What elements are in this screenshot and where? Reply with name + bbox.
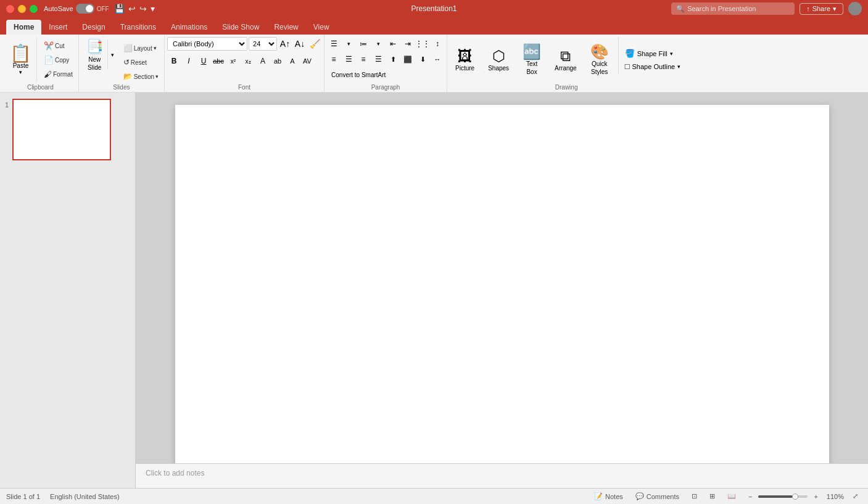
zoom-level: 110% (827, 493, 844, 500)
shape-fill-button[interactable]: 🪣 Shape Fill ▾ (622, 48, 684, 59)
format-button[interactable]: 🖌 Format (41, 68, 76, 81)
customize-icon[interactable]: ▾ (151, 4, 155, 14)
language-label: English (United States) (50, 493, 120, 500)
font-color-button[interactable]: A (256, 54, 270, 68)
align-right[interactable]: ≡ (357, 52, 370, 66)
convert-smartart-button[interactable]: Convert to SmartArt (327, 68, 390, 81)
font-family-select[interactable]: Calibri (Body) (167, 37, 247, 51)
window-controls (6, 5, 38, 13)
tab-review[interactable]: Review (267, 20, 305, 35)
tab-transitions[interactable]: Transitions (113, 20, 163, 35)
comments-icon: 💬 (635, 492, 644, 500)
save-icon[interactable]: 💾 (114, 4, 125, 14)
zoom-track[interactable] (758, 495, 808, 498)
ribbon: 📋 Paste ▾ ✂️ Cut 📄 Copy 🖌 Format Clip (0, 35, 868, 93)
vert-align-top[interactable]: ⬆ (386, 52, 400, 66)
highlight-button[interactable]: ab (271, 54, 284, 68)
window-title: Presentation1 (411, 4, 457, 13)
maximize-button[interactable] (30, 5, 38, 13)
vert-align-mid[interactable]: ⬛ (401, 52, 415, 66)
paragraph-group: ☰ ▾ ≔ ▾ ⇤ ⇥ ⋮⋮ ↕ ≡ ☰ ≡ ☰ ⬆ ⬛ ⬇ ↔ Convert… (324, 35, 447, 92)
zoom-in-button[interactable]: + (810, 492, 821, 501)
bullets-dropdown[interactable]: ▾ (342, 37, 355, 51)
notes-button[interactable]: 📝 Notes (590, 492, 627, 501)
slides-group: 📑 New Slide ▾ ⬜ Layout ▾ ↺ Reset (79, 35, 165, 92)
shapes-button[interactable]: ⬡ Shapes (482, 37, 515, 83)
comments-button[interactable]: 💬 Comments (632, 492, 683, 501)
ribbon-tabs: Home Insert Design Transitions Animation… (0, 17, 868, 35)
text-direction[interactable]: ↔ (431, 52, 444, 66)
slide-thumbnail-1: 1 (5, 99, 130, 160)
textbox-button[interactable]: 🔤 Text Box (517, 37, 547, 83)
slide-number: 1 (5, 101, 9, 109)
new-slide-button[interactable]: 📑 New Slide (82, 40, 107, 70)
textbox-icon: 🔤 (523, 44, 541, 59)
reading-view-button[interactable]: 📖 (724, 492, 740, 501)
tab-animations[interactable]: Animations (163, 20, 215, 35)
tab-insert[interactable]: Insert (41, 20, 75, 35)
strikethrough-button[interactable]: abc (212, 54, 225, 68)
minimize-button[interactable] (18, 5, 26, 13)
copy-button[interactable]: 📄 Copy (41, 54, 76, 67)
tab-slideshow[interactable]: Slide Show (215, 20, 267, 35)
picture-button[interactable]: 🖼 Picture (450, 37, 480, 83)
indent-increase[interactable]: ⇥ (401, 37, 415, 51)
underline-button[interactable]: U (197, 54, 210, 68)
section-icon: 📂 (123, 72, 133, 81)
tab-design[interactable]: Design (75, 20, 112, 35)
copy-icon: 📄 (44, 56, 54, 65)
superscript-button[interactable]: x² (226, 54, 240, 68)
vert-align-bot[interactable]: ⬇ (416, 52, 429, 66)
italic-button[interactable]: I (182, 54, 196, 68)
arrange-button[interactable]: ⧉ Arrange (549, 37, 582, 83)
align-left[interactable]: ≡ (327, 52, 341, 66)
drawing-label: Drawing (555, 83, 578, 91)
slide-sorter-button[interactable]: ⊞ (706, 492, 719, 501)
font-increase-button[interactable]: A↑ (278, 37, 292, 51)
shape-outline-button[interactable]: □ Shape Outline ▾ (622, 61, 684, 72)
redo-icon[interactable]: ↪ (139, 4, 147, 14)
char-spacing-button[interactable]: AV (300, 54, 314, 68)
clear-format-button[interactable]: 🧹 (308, 37, 321, 51)
new-slide-dropdown[interactable]: ▾ (107, 40, 117, 70)
font-decrease-button[interactable]: A↓ (293, 37, 307, 51)
align-justify[interactable]: ☰ (371, 52, 385, 66)
bullets-button[interactable]: ☰ (327, 37, 341, 51)
section-button[interactable]: 📂 Section ▾ (120, 70, 162, 83)
subscript-button[interactable]: x₂ (241, 54, 255, 68)
column-layout[interactable]: ⋮⋮ (416, 37, 429, 51)
paragraph-row2: ≡ ☰ ≡ ☰ ⬆ ⬛ ⬇ ↔ (327, 52, 444, 66)
drawing-group: 🖼 Picture ⬡ Shapes 🔤 Text Box ⧉ Arrange … (447, 35, 685, 92)
font-group: Calibri (Body) 24 A↑ A↓ 🧹 B I U abc x² x… (165, 35, 324, 92)
user-avatar[interactable] (848, 2, 862, 15)
slide-canvas[interactable] (175, 105, 829, 463)
autosave-toggle[interactable] (76, 4, 94, 14)
fit-slide-icon: ⤢ (853, 492, 858, 500)
numbering-button[interactable]: ≔ (357, 37, 370, 51)
text-shadow-button[interactable]: A (286, 54, 299, 68)
layout-button[interactable]: ⬜ Layout ▾ (120, 42, 162, 54)
paste-button[interactable]: 📋 Paste ▾ (5, 37, 37, 83)
close-button[interactable] (6, 5, 14, 13)
align-center[interactable]: ☰ (342, 52, 355, 66)
numbering-dropdown[interactable]: ▾ (371, 37, 385, 51)
reset-button[interactable]: ↺ Reset (120, 56, 162, 68)
share-button[interactable]: ↑ Share ▾ (800, 3, 843, 15)
canvas-scroll[interactable] (136, 93, 868, 463)
zoom-out-button[interactable]: − (745, 492, 756, 501)
tab-home[interactable]: Home (6, 20, 41, 35)
cut-button[interactable]: ✂️ Cut (41, 39, 76, 52)
quick-styles-button[interactable]: 🎨 Quick Styles (585, 37, 614, 83)
indent-decrease[interactable]: ⇤ (386, 37, 400, 51)
undo-icon[interactable]: ↩ (128, 4, 136, 14)
fit-slide-button[interactable]: ⤢ (849, 492, 862, 501)
font-size-select[interactable]: 24 (249, 37, 277, 51)
normal-view-button[interactable]: ⊡ (688, 492, 701, 501)
slide-thumb[interactable] (12, 99, 111, 160)
bold-button[interactable]: B (167, 54, 181, 68)
tab-view[interactable]: View (306, 20, 337, 35)
notes-area[interactable]: Click to add notes (136, 463, 868, 488)
zoom-thumb[interactable] (792, 494, 798, 500)
search-box[interactable]: 🔍 Search in Presentation (671, 2, 795, 15)
line-spacing[interactable]: ↕ (431, 37, 444, 51)
